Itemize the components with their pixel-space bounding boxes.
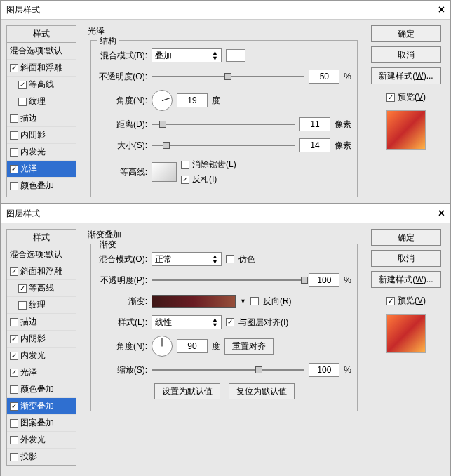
unit-label: 度 — [212, 95, 220, 107]
close-icon[interactable]: × — [438, 207, 445, 220]
align-checkbox[interactable] — [226, 318, 234, 326]
section-title: 光泽 — [86, 25, 358, 37]
checkbox-icon[interactable] — [10, 267, 18, 276]
style-item-bevel[interactable]: 斜面和浮雕 — [7, 263, 76, 280]
unit-label: 像素 — [335, 119, 351, 131]
opacity-slider[interactable] — [152, 71, 304, 82]
checkbox-icon[interactable] — [10, 335, 18, 343]
invert-label: 反相(I) — [192, 173, 217, 185]
dither-label: 仿色 — [238, 253, 255, 265]
ok-button[interactable]: 确定 — [371, 229, 441, 246]
style-item-gradient-overlay[interactable]: 渐变叠加 — [7, 398, 76, 415]
style-item-inner-glow[interactable]: 内发光 — [7, 144, 76, 161]
checkbox-icon[interactable] — [10, 352, 18, 360]
ok-button[interactable]: 确定 — [371, 25, 441, 42]
angle-dial[interactable] — [152, 336, 173, 357]
style-item-texture[interactable]: 纹理 — [7, 93, 76, 110]
dropdown-icon[interactable]: ▼ — [240, 298, 246, 305]
dither-checkbox[interactable] — [226, 255, 234, 263]
styles-header[interactable]: 样式 — [7, 26, 76, 43]
reset-align-button[interactable]: 重置对齐 — [224, 338, 274, 355]
distance-input[interactable]: 11 — [299, 117, 330, 131]
style-item-outer-glow[interactable]: 外发光 — [7, 432, 76, 449]
opacity-input[interactable]: 100 — [309, 273, 339, 287]
checkbox-icon[interactable] — [10, 318, 18, 326]
checkbox-icon[interactable] — [10, 148, 18, 157]
style-item-contour[interactable]: 等高线 — [7, 280, 76, 297]
style-item-inner-shadow[interactable]: 内阴影 — [7, 331, 76, 348]
scale-input[interactable]: 100 — [309, 363, 339, 377]
checkbox-icon[interactable] — [10, 64, 18, 72]
preview-thumbnail — [386, 314, 426, 353]
unit-label: % — [344, 365, 351, 375]
style-item-texture[interactable]: 纹理 — [7, 297, 76, 314]
blend-options-item[interactable]: 混合选项:默认 — [7, 246, 76, 263]
contour-picker[interactable] — [152, 162, 177, 182]
style-item-inner-glow[interactable]: 内发光 — [7, 348, 76, 364]
checkbox-icon[interactable] — [18, 284, 27, 293]
group-title: 渐变 — [97, 239, 119, 251]
size-input[interactable]: 14 — [299, 138, 330, 152]
checkbox-icon[interactable] — [10, 402, 18, 411]
cancel-button[interactable]: 取消 — [371, 46, 441, 63]
checkbox-icon[interactable] — [18, 81, 27, 89]
opacity-slider[interactable] — [152, 275, 304, 286]
angle-input[interactable]: 90 — [177, 339, 208, 353]
style-item-satin[interactable]: 光泽 — [7, 161, 76, 178]
reverse-checkbox[interactable] — [250, 297, 259, 305]
antialias-checkbox[interactable] — [181, 161, 189, 169]
distance-slider[interactable] — [152, 119, 295, 130]
blend-mode-label: 混合模式(B): — [97, 50, 147, 62]
size-slider[interactable] — [152, 140, 295, 151]
style-item-stroke[interactable]: 描边 — [7, 110, 76, 127]
action-panel: 确定 取消 新建样式(W)... 预览(V) — [368, 25, 445, 197]
reset-default-button[interactable]: 复位为默认值 — [229, 383, 295, 399]
style-item-color-overlay[interactable]: 颜色叠加 — [7, 381, 76, 398]
section-title: 渐变叠加 — [86, 229, 358, 241]
action-panel: 确定 取消 新建样式(W)... 预览(V) — [368, 229, 445, 466]
style-select[interactable]: 线性▲▼ — [152, 315, 222, 329]
checkbox-icon[interactable] — [18, 98, 27, 106]
set-default-button[interactable]: 设置为默认值 — [154, 383, 220, 399]
preview-checkbox[interactable] — [386, 93, 395, 102]
checkbox-icon[interactable] — [10, 419, 18, 428]
opacity-input[interactable]: 50 — [309, 70, 339, 84]
style-item-inner-shadow[interactable]: 内阴影 — [7, 127, 76, 144]
style-item-pattern-overlay[interactable]: 图案叠加 — [7, 415, 76, 432]
styles-header[interactable]: 样式 — [7, 230, 76, 246]
unit-label: 像素 — [335, 140, 351, 152]
color-swatch[interactable] — [226, 49, 245, 62]
blend-options-item[interactable]: 混合选项:默认 — [7, 43, 76, 60]
new-style-button[interactable]: 新建样式(W)... — [371, 67, 441, 84]
scale-slider[interactable] — [152, 364, 304, 376]
style-item-contour[interactable]: 等高线 — [7, 77, 76, 93]
new-style-button[interactable]: 新建样式(W)... — [371, 271, 441, 288]
opacity-label: 不透明度(P): — [97, 275, 147, 286]
layer-style-dialog-2: 图层样式 × 样式 混合选项:默认 斜面和浮雕 等高线 纹理 描边 内阴影 内发… — [0, 204, 451, 476]
checkbox-icon[interactable] — [10, 453, 18, 461]
invert-checkbox[interactable] — [181, 176, 189, 184]
angle-input[interactable]: 19 — [177, 93, 208, 107]
checkbox-icon[interactable] — [10, 131, 18, 140]
angle-dial[interactable] — [152, 90, 173, 111]
checkbox-icon[interactable] — [10, 182, 18, 190]
checkbox-icon[interactable] — [10, 165, 18, 173]
style-item-drop-shadow[interactable]: 投影 — [7, 449, 76, 465]
checkbox-icon[interactable] — [10, 385, 18, 394]
close-icon[interactable]: × — [438, 4, 445, 16]
cancel-button[interactable]: 取消 — [371, 250, 441, 267]
style-item-satin[interactable]: 光泽 — [7, 364, 76, 381]
checkbox-icon[interactable] — [18, 301, 27, 310]
checkbox-icon[interactable] — [10, 436, 18, 444]
checkbox-icon[interactable] — [10, 369, 18, 377]
unit-label: 度 — [212, 341, 220, 352]
style-item-stroke[interactable]: 描边 — [7, 314, 76, 331]
preview-checkbox[interactable] — [386, 297, 395, 305]
checkbox-icon[interactable] — [10, 114, 18, 123]
blend-mode-select[interactable]: 正常▲▼ — [152, 252, 222, 266]
angle-label: 角度(N): — [97, 341, 147, 352]
blend-mode-select[interactable]: 叠加▲▼ — [152, 48, 222, 62]
gradient-picker[interactable] — [152, 295, 236, 308]
style-item-color-overlay[interactable]: 颜色叠加 — [7, 178, 76, 194]
style-item-bevel[interactable]: 斜面和浮雕 — [7, 60, 76, 77]
